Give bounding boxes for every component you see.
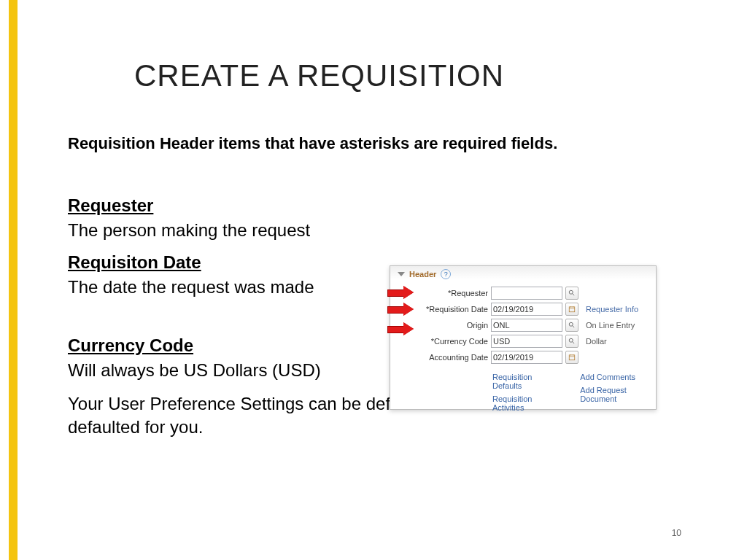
row-currency-code: *Currency Code Dollar: [412, 333, 651, 349]
requester-info-link[interactable]: Requester Info: [586, 305, 638, 314]
form-rows: *Requester *Requisition Date Requester I…: [390, 282, 656, 365]
currency-side-text: Dollar: [586, 337, 607, 346]
add-request-document-link[interactable]: Add Request Document: [580, 386, 650, 403]
origin-side-text: On Line Entry: [586, 321, 635, 330]
requisition-activities-link[interactable]: Requisition Activities: [492, 394, 552, 412]
lookup-icon[interactable]: [565, 287, 578, 300]
svg-rect-10: [569, 355, 575, 360]
lookup-icon[interactable]: [565, 335, 578, 348]
calendar-icon[interactable]: [565, 303, 578, 316]
page-number: 10: [672, 528, 681, 538]
origin-input[interactable]: [491, 319, 562, 332]
row-origin: Origin On Line Entry: [412, 317, 651, 333]
svg-point-6: [569, 322, 573, 326]
row-accounting-date: Accounting Date: [412, 349, 651, 365]
requester-input[interactable]: [491, 287, 562, 300]
svg-point-0: [569, 290, 573, 294]
header-label: Header: [409, 270, 436, 279]
accounting-date-label: Accounting Date: [412, 353, 488, 362]
page-title: CREATE A REQUISITION: [134, 58, 504, 93]
origin-label: Origin: [412, 321, 488, 330]
requester-heading: Requester: [68, 195, 673, 216]
svg-line-9: [573, 342, 575, 344]
requisition-date-input[interactable]: [491, 303, 562, 316]
row-requisition-date: *Requisition Date Requester Info: [412, 301, 651, 317]
chevron-down-icon: [398, 272, 405, 276]
requisition-defaults-link[interactable]: Requisition Defaults: [492, 373, 552, 390]
currency-code-input[interactable]: [491, 335, 562, 348]
requisition-date-label: *Requisition Date: [412, 305, 488, 314]
requester-body: The person making the request: [68, 220, 673, 241]
help-icon[interactable]: ?: [441, 269, 451, 279]
accounting-date-input[interactable]: [491, 351, 562, 364]
add-comments-link[interactable]: Add Comments: [580, 373, 650, 381]
pointer-arrow-icon: [387, 305, 417, 314]
calendar-icon[interactable]: [565, 351, 578, 364]
svg-rect-2: [569, 307, 575, 312]
collapsible-header[interactable]: Header ?: [390, 266, 656, 282]
pointer-arrow-icon: [387, 324, 417, 333]
header-links: Requisition Defaults Requisition Activit…: [390, 365, 656, 412]
pointer-arrow-icon: [387, 288, 417, 297]
requester-label: *Requester: [412, 289, 488, 298]
currency-code-label: *Currency Code: [412, 337, 488, 346]
intro-text: Requisition Header items that have aster…: [68, 134, 673, 153]
accent-bar: [9, 0, 18, 560]
svg-line-1: [573, 294, 575, 296]
header-screenshot: Header ? *Requester *Requisition Date Re…: [390, 265, 657, 410]
svg-point-8: [569, 338, 573, 342]
svg-line-7: [573, 326, 575, 328]
row-requester: *Requester: [412, 285, 651, 301]
lookup-icon[interactable]: [565, 319, 578, 332]
